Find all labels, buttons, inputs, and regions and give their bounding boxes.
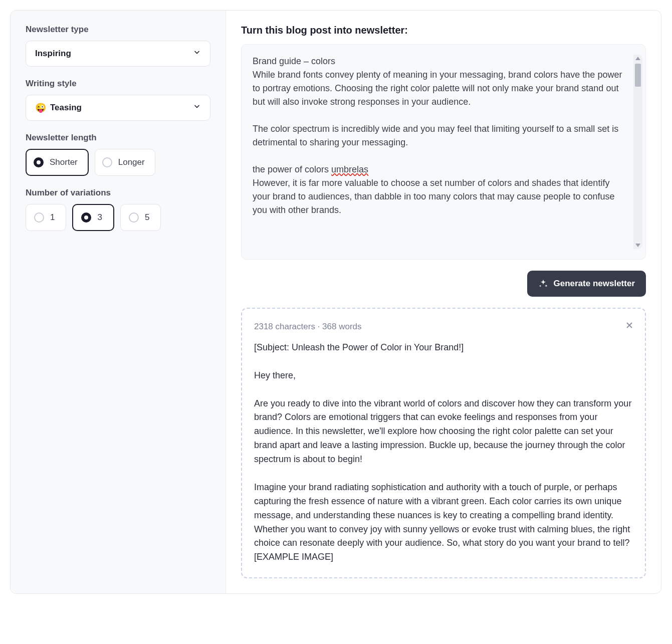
newsletter-type-group: Newsletter type Inspiring: [26, 25, 210, 67]
length-option-shorter[interactable]: Shorter: [26, 149, 89, 176]
action-row: Generate newsletter: [241, 271, 646, 297]
output-card: 2318 characters · 368 words [Subject: Un…: [241, 308, 646, 578]
radio-icon: [81, 212, 91, 223]
variations-radio-row: 1 3 5: [26, 204, 210, 231]
scrollbar-thumb[interactable]: [635, 64, 641, 87]
variations-option-label: 3: [97, 212, 102, 223]
scrollbar[interactable]: [633, 55, 642, 249]
length-option-longer[interactable]: Longer: [95, 149, 155, 176]
close-output-button[interactable]: [625, 321, 634, 332]
chevron-down-icon: [193, 103, 201, 113]
writing-style-select[interactable]: 😜 Teasing: [26, 95, 210, 121]
source-text-content[interactable]: Brand guide – colors While brand fonts c…: [253, 55, 633, 249]
variations-group: Number of variations 1 3 5: [26, 188, 210, 231]
newsletter-type-value: Inspiring: [35, 49, 71, 59]
teasing-emoji-icon: 😜: [35, 102, 46, 113]
variations-option-3[interactable]: 3: [72, 204, 114, 231]
chevron-down-icon: [193, 49, 201, 59]
generate-newsletter-button[interactable]: Generate newsletter: [527, 271, 646, 297]
spell-error: umbrelas: [331, 164, 368, 174]
writing-style-label: Writing style: [26, 79, 210, 89]
newsletter-length-group: Newsletter length Shorter Longer: [26, 133, 210, 176]
length-option-label: Shorter: [50, 157, 78, 167]
main-panel: Turn this blog post into newsletter: Bra…: [226, 11, 661, 593]
newsletter-type-select[interactable]: Inspiring: [26, 41, 210, 67]
variations-option-5[interactable]: 5: [120, 204, 161, 231]
variations-option-1[interactable]: 1: [26, 204, 66, 231]
radio-icon: [129, 212, 139, 223]
radio-icon: [34, 157, 44, 167]
variations-option-label: 1: [50, 212, 55, 223]
writing-style-group: Writing style 😜 Teasing: [26, 79, 210, 121]
variations-label: Number of variations: [26, 188, 210, 198]
output-meta: 2318 characters · 368 words: [254, 322, 633, 332]
settings-sidebar: Newsletter type Inspiring Writing style …: [11, 11, 226, 593]
newsletter-type-label: Newsletter type: [26, 25, 210, 35]
radio-icon: [102, 157, 112, 167]
newsletter-length-label: Newsletter length: [26, 133, 210, 143]
sparkle-icon: [538, 279, 548, 289]
length-option-label: Longer: [118, 157, 145, 167]
app-container: Newsletter type Inspiring Writing style …: [10, 10, 661, 594]
writing-style-value: Teasing: [50, 103, 82, 113]
page-title: Turn this blog post into newsletter:: [241, 25, 646, 36]
generate-button-label: Generate newsletter: [553, 279, 635, 289]
length-radio-row: Shorter Longer: [26, 149, 210, 176]
source-text-area[interactable]: Brand guide – colors While brand fonts c…: [241, 44, 646, 260]
output-body: [Subject: Unleash the Power of Color in …: [254, 341, 633, 564]
variations-option-label: 5: [145, 212, 149, 223]
radio-icon: [34, 212, 44, 223]
